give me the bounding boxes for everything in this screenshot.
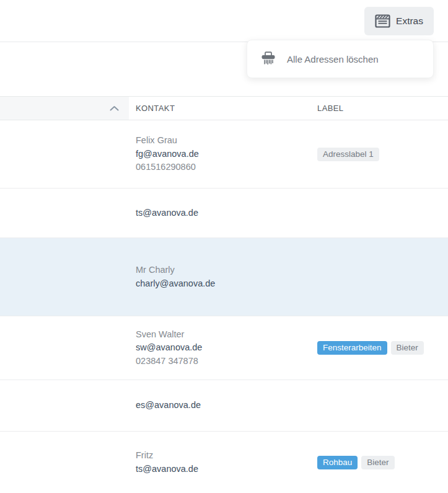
table-row[interactable]: Sven Walter sw@avanova.de 023847 347878 … bbox=[0, 316, 448, 380]
table-row[interactable]: Felix Grau fg@avanova.de 061516290860 Ad… bbox=[0, 120, 448, 189]
contact-cell: Felix Grau fg@avanova.de 061516290860 bbox=[129, 120, 310, 188]
contact-phone: 061516290860 bbox=[136, 161, 310, 174]
extras-button-label: Extras bbox=[396, 16, 423, 27]
extras-menu: Alle Adressen löschen bbox=[247, 40, 434, 78]
column-header-kontakt[interactable]: KONTAKT bbox=[129, 97, 310, 120]
topbar: Extras bbox=[0, 0, 448, 42]
label-cell bbox=[310, 380, 448, 431]
label-badge: Bieter bbox=[361, 456, 394, 469]
row-select-cell[interactable] bbox=[0, 380, 129, 431]
contact-name: Sven Walter bbox=[136, 328, 310, 342]
column-header-label[interactable]: LABEL bbox=[310, 97, 448, 120]
contact-cell: Fritz ts@avanova.de bbox=[129, 432, 310, 493]
contact-name: Mr Charly bbox=[136, 264, 310, 277]
contact-email[interactable]: fg@avanova.de bbox=[136, 148, 310, 161]
table-row[interactable]: ts@avanova.de bbox=[0, 189, 448, 238]
extras-list-icon bbox=[375, 14, 390, 28]
contact-cell: Mr Charly charly@avanova.de bbox=[129, 238, 310, 316]
contact-email[interactable]: es@avanova.de bbox=[136, 399, 310, 412]
table-row[interactable]: es@avanova.de bbox=[0, 380, 448, 432]
row-select-cell[interactable] bbox=[0, 432, 129, 493]
row-select-cell[interactable] bbox=[0, 120, 129, 188]
shredder-icon bbox=[259, 50, 278, 68]
table-row[interactable]: Mr Charly charly@avanova.de bbox=[0, 238, 448, 316]
contact-email[interactable]: sw@avanova.de bbox=[136, 341, 310, 355]
app: { "topbar": { "extras_label": "Extras" }… bbox=[0, 0, 448, 493]
label-cell: RohbauBieter bbox=[310, 432, 448, 493]
contact-email[interactable]: ts@avanova.de bbox=[136, 463, 310, 476]
menu-item-label: Alle Adressen löschen bbox=[287, 54, 379, 64]
select-column-header[interactable] bbox=[0, 97, 129, 120]
address-table: KONTAKT LABEL Felix Grau fg@avanova.de 0… bbox=[0, 96, 448, 493]
table-row[interactable]: Fritz ts@avanova.de RohbauBieter bbox=[0, 432, 448, 493]
chevron-up-icon[interactable] bbox=[109, 105, 120, 112]
contact-phone: 023847 347878 bbox=[136, 355, 310, 368]
contact-email[interactable]: ts@avanova.de bbox=[136, 207, 310, 220]
contact-cell: ts@avanova.de bbox=[129, 189, 310, 238]
label-cell: Adresslabel 1 bbox=[310, 120, 448, 188]
contact-name: Felix Grau bbox=[136, 134, 310, 148]
row-select-cell[interactable] bbox=[0, 238, 129, 316]
table-header: KONTAKT LABEL bbox=[0, 96, 448, 120]
contact-cell: Sven Walter sw@avanova.de 023847 347878 bbox=[129, 316, 310, 380]
label-badge: Bieter bbox=[391, 341, 424, 355]
contact-cell: es@avanova.de bbox=[129, 380, 310, 431]
label-badge: Fensterarbeiten bbox=[317, 341, 387, 355]
contact-email[interactable]: charly@avanova.de bbox=[136, 277, 310, 291]
label-cell bbox=[310, 189, 448, 238]
label-cell bbox=[310, 238, 448, 316]
label-badge: Adresslabel 1 bbox=[317, 148, 379, 161]
contact-name: Fritz bbox=[136, 449, 310, 463]
row-select-cell[interactable] bbox=[0, 316, 129, 380]
table-body: Felix Grau fg@avanova.de 061516290860 Ad… bbox=[0, 120, 448, 493]
label-cell: FensterarbeitenBieter bbox=[310, 316, 448, 380]
row-select-cell[interactable] bbox=[0, 189, 129, 238]
label-badge: Rohbau bbox=[317, 456, 358, 469]
extras-button[interactable]: Extras bbox=[364, 7, 434, 35]
menu-item-delete-all-addresses[interactable]: Alle Adressen löschen bbox=[247, 40, 433, 78]
